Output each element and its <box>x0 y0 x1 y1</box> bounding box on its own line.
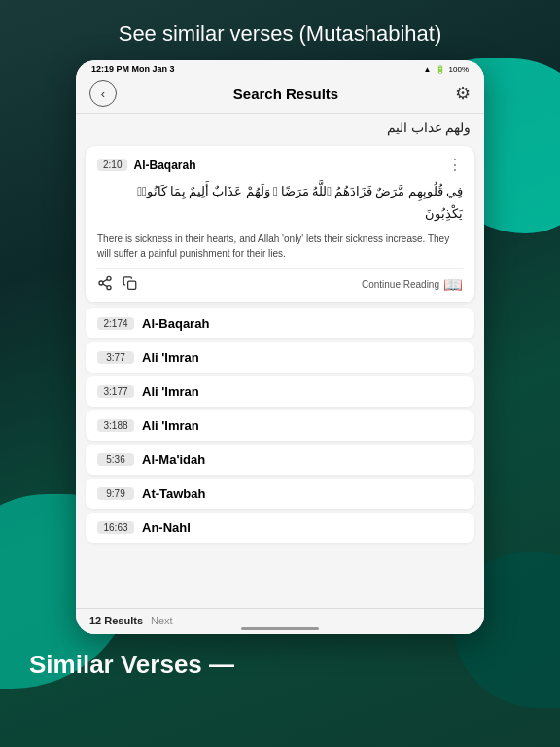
ref-badge-5: 9:79 <box>97 487 134 500</box>
wifi-icon: ▲ <box>424 65 432 74</box>
battery-icon: 🔋 <box>436 65 445 74</box>
surah-name-3: Ali 'Imran <box>142 418 199 433</box>
result-item[interactable]: 3:177 Ali 'Imran <box>86 376 474 407</box>
results-list[interactable]: 2:10 Al-Baqarah ⋮ فِي قُلُوبِهِم مَّرَضٌ… <box>76 140 484 608</box>
result-item[interactable]: 3:188 Ali 'Imran <box>86 410 474 441</box>
verse-ref-row: 2:10 Al-Baqarah ⋮ <box>97 156 463 174</box>
continue-reading-label: Continue Reading <box>362 279 439 290</box>
surah-name-1: Ali 'Imran <box>142 350 199 365</box>
ref-badge-6: 16:63 <box>97 521 134 534</box>
settings-icon[interactable]: ⚙ <box>455 83 471 104</box>
result-item[interactable]: 5:36 Al-Ma'idah <box>86 445 474 475</box>
surah-name-0: Al-Baqarah <box>142 316 209 331</box>
back-button[interactable]: ‹ <box>89 80 117 107</box>
status-bar: 12:19 PM Mon Jan 3 ▲ 🔋 100% <box>76 60 484 76</box>
surah-name-4: Al-Ma'idah <box>142 452 205 467</box>
ref-badge-3: 3:188 <box>97 419 134 432</box>
svg-point-1 <box>99 281 103 285</box>
arabic-query-text: ولهم عذاب اليم <box>387 121 471 135</box>
status-icons: ▲ 🔋 100% <box>424 65 469 74</box>
nav-title: Search Results <box>233 86 338 102</box>
ref-badge-4: 5:36 <box>97 453 134 466</box>
translation-text: There is sickness in their hearts, and A… <box>97 231 463 261</box>
ref-badge-expanded: 2:10 <box>97 159 127 171</box>
ref-badge-0: 2:174 <box>97 317 134 330</box>
copy-icon[interactable] <box>122 275 137 295</box>
svg-point-0 <box>107 276 111 280</box>
status-time: 12:19 PM Mon Jan 3 <box>91 64 175 74</box>
book-icon: 📖 <box>443 275 463 294</box>
page-heading: See similar verses (Mutashabihat) <box>119 21 442 47</box>
surah-name-expanded: Al-Baqarah <box>133 159 195 172</box>
verse-menu-button[interactable]: ⋮ <box>447 156 463 174</box>
ref-badge-2: 3:177 <box>97 385 134 398</box>
svg-line-4 <box>103 279 108 282</box>
card-actions: Continue Reading 📖 <box>97 268 463 302</box>
continue-reading-button[interactable]: Continue Reading 📖 <box>362 275 463 294</box>
search-query-display: ولهم عذاب اليم <box>76 114 484 140</box>
expanded-result-card: 2:10 Al-Baqarah ⋮ فِي قُلُوبِهِم مَّرَضٌ… <box>86 146 474 302</box>
result-item[interactable]: 3:77 Ali 'Imran <box>86 342 474 373</box>
result-item[interactable]: 16:63 An-Nahl <box>86 513 474 543</box>
home-indicator <box>241 627 319 630</box>
ref-badge-1: 3:77 <box>97 351 134 364</box>
next-label[interactable]: Next <box>151 615 173 626</box>
svg-line-3 <box>103 284 108 287</box>
bottom-section-title: Similar Verses — <box>19 650 234 680</box>
surah-name-2: Ali 'Imran <box>142 384 199 399</box>
back-icon: ‹ <box>101 87 105 101</box>
arabic-verse-text: فِي قُلُوبِهِم مَّرَضٌ فَزَادَهُمُ ٱللَّ… <box>97 180 463 226</box>
battery-label: 100% <box>449 65 469 74</box>
svg-point-2 <box>107 285 111 289</box>
device-frame: 12:19 PM Mon Jan 3 ▲ 🔋 100% ‹ Search Res… <box>76 60 484 634</box>
action-icons <box>97 275 137 295</box>
result-item[interactable]: 2:174 Al-Baqarah <box>86 308 474 338</box>
share-icon[interactable] <box>97 275 113 295</box>
surah-name-6: An-Nahl <box>142 520 191 535</box>
results-count: 12 Results <box>89 615 143 626</box>
verse-reference: 2:10 Al-Baqarah <box>97 159 195 172</box>
svg-rect-5 <box>128 281 136 289</box>
result-item[interactable]: 9:79 At-Tawbah <box>86 479 474 509</box>
nav-bar: ‹ Search Results ⚙ <box>76 76 484 114</box>
surah-name-5: At-Tawbah <box>142 486 205 501</box>
